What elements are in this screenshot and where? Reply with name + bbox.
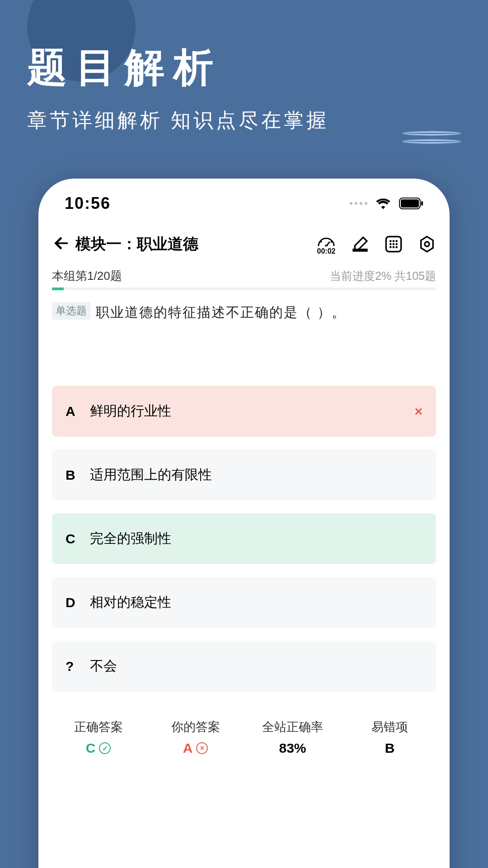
svg-point-15 bbox=[393, 246, 395, 248]
confusion-col: 易错项 B bbox=[343, 719, 436, 756]
confusion-value: B bbox=[343, 741, 436, 756]
battery-icon bbox=[399, 198, 423, 209]
phone-frame: 10:56 模块一：职业道德 00:02 bbox=[38, 179, 450, 868]
svg-point-11 bbox=[389, 243, 392, 245]
svg-point-5 bbox=[320, 241, 322, 243]
your-answer-label: 你的答案 bbox=[149, 719, 242, 735]
status-time: 10:56 bbox=[65, 194, 111, 213]
status-bar: 10:56 bbox=[38, 179, 450, 221]
site-accuracy-value: 83% bbox=[246, 741, 339, 756]
option-c[interactable]: C 完全的强制性 bbox=[52, 513, 436, 564]
svg-point-12 bbox=[393, 243, 395, 245]
progress-row: 本组第1/20题 当前进度2% 共105题 bbox=[38, 264, 450, 288]
option-letter: A bbox=[66, 404, 80, 419]
app-bar: 模块一：职业道德 00:02 bbox=[38, 221, 450, 264]
svg-line-4 bbox=[326, 242, 330, 246]
svg-point-18 bbox=[425, 242, 429, 246]
svg-marker-17 bbox=[421, 236, 433, 251]
edit-icon[interactable] bbox=[351, 235, 369, 253]
options-list: A 鲜明的行业性 × B 适用范围上的有限性 C 完全的强制性 D 相对的稳定性… bbox=[38, 322, 450, 692]
option-text: 鲜明的行业性 bbox=[90, 402, 171, 420]
check-icon: ✓ bbox=[99, 742, 111, 754]
svg-point-8 bbox=[389, 240, 392, 242]
option-d[interactable]: D 相对的稳定性 bbox=[52, 577, 436, 628]
cross-icon: × bbox=[196, 742, 208, 754]
option-b[interactable]: B 适用范围上的有限性 bbox=[52, 449, 436, 500]
svg-point-10 bbox=[395, 240, 398, 242]
option-a[interactable]: A 鲜明的行业性 × bbox=[52, 386, 436, 437]
option-letter: ? bbox=[66, 659, 80, 674]
wifi-icon bbox=[375, 198, 391, 209]
svg-point-6 bbox=[331, 241, 333, 243]
timer-value: 00:02 bbox=[317, 247, 336, 255]
svg-point-13 bbox=[395, 243, 398, 245]
wrong-mark-icon: × bbox=[414, 404, 422, 419]
page-title: 模块一：职业道德 bbox=[75, 234, 198, 255]
progress-right-text: 当前进度2% 共105题 bbox=[330, 269, 436, 283]
svg-rect-1 bbox=[401, 199, 419, 208]
site-accuracy-label: 全站正确率 bbox=[246, 719, 339, 735]
confusion-label: 易错项 bbox=[343, 719, 436, 735]
question-text: 职业道德的特征描述不正确的是（ ）。 bbox=[96, 302, 346, 322]
signal-dots-icon bbox=[350, 202, 367, 205]
timer-icon[interactable]: 00:02 bbox=[317, 233, 336, 255]
option-letter: C bbox=[66, 531, 80, 547]
option-unknown[interactable]: ? 不会 bbox=[52, 641, 436, 692]
progress-fill bbox=[52, 288, 64, 290]
answer-summary: 正确答案 C ✓ 你的答案 A × 全站正确率 83% 易错项 B bbox=[38, 719, 450, 756]
option-text: 相对的稳定性 bbox=[90, 593, 171, 612]
correct-answer-label: 正确答案 bbox=[52, 719, 145, 735]
svg-point-14 bbox=[389, 246, 392, 248]
wave-decoration bbox=[402, 131, 461, 144]
option-text: 适用范围上的有限性 bbox=[90, 466, 212, 484]
question-type-tag: 单选题 bbox=[52, 302, 90, 320]
option-letter: D bbox=[66, 595, 80, 610]
svg-point-16 bbox=[395, 246, 398, 248]
question-block: 单选题 职业道德的特征描述不正确的是（ ）。 bbox=[38, 302, 450, 322]
hero-title: 题目解析 bbox=[27, 41, 461, 94]
svg-point-9 bbox=[393, 240, 395, 242]
site-accuracy-col: 全站正确率 83% bbox=[246, 719, 339, 756]
correct-answer-col: 正确答案 C ✓ bbox=[52, 719, 145, 756]
hero-subtitle: 章节详细解析 知识点尽在掌握 bbox=[27, 107, 461, 134]
progress-track bbox=[52, 288, 436, 290]
option-text: 完全的强制性 bbox=[90, 529, 171, 548]
svg-rect-2 bbox=[421, 201, 423, 206]
grid-icon[interactable] bbox=[385, 235, 403, 253]
your-answer-col: 你的答案 A × bbox=[149, 719, 242, 756]
option-letter: B bbox=[66, 467, 80, 483]
your-answer-value: A bbox=[183, 741, 193, 756]
back-icon[interactable] bbox=[52, 234, 71, 255]
progress-left-text: 本组第1/20题 bbox=[52, 268, 122, 284]
correct-answer-value: C bbox=[86, 741, 96, 756]
hero-section: 题目解析 章节详细解析 知识点尽在掌握 bbox=[0, 0, 488, 152]
settings-icon[interactable] bbox=[418, 235, 436, 253]
option-text: 不会 bbox=[90, 657, 117, 675]
